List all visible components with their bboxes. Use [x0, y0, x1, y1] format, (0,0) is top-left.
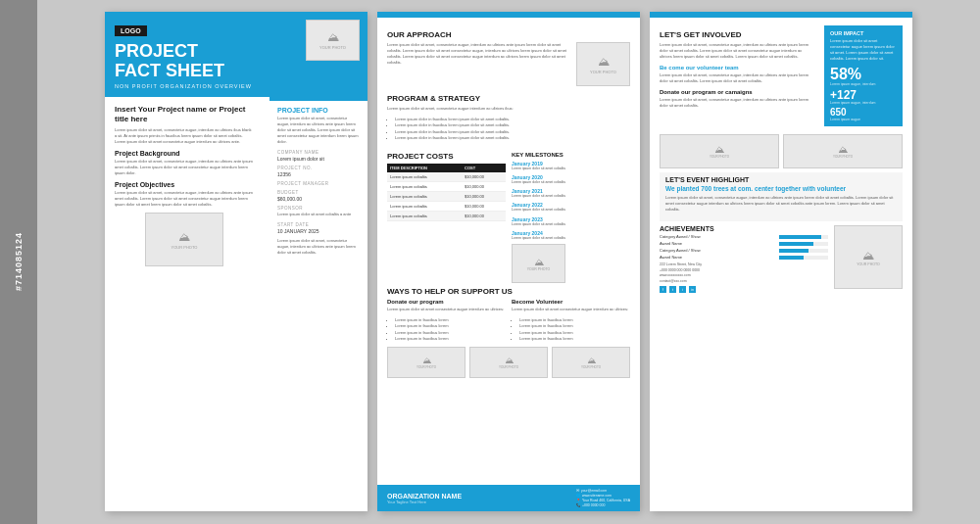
milestone-1: January 2019 Lorem ipsum dolor sit amet …: [512, 161, 630, 171]
ach-item-1: Category Award / Show: [660, 234, 828, 239]
event-subtitle: We planted 700 trees at com. center toge…: [665, 185, 897, 192]
contact-address: 📍 Your Road 460, California, USA: [576, 499, 630, 502]
costs-col: PROJECT COSTS ITEM DESCRIPTION COST Lore…: [387, 147, 506, 284]
company-label: COMPANY NAME: [277, 150, 360, 155]
stat3-sub: Lorem ipsum augue: [830, 118, 897, 121]
ach-item-4: Award Name: [660, 255, 828, 260]
donate-col: Donate our program Lorem ipsum dolor sit…: [387, 299, 506, 343]
page3-body: LET'S GET INVOLVED Lorem ipsum dolor sit…: [650, 18, 912, 301]
photo-icon: ⛰: [327, 30, 339, 44]
achievements-col: ACHIEVEMENTS Category Award / Show Award…: [660, 225, 828, 293]
start-text: Lorem ipsum dolor sit amet, consectetur …: [277, 238, 360, 256]
company-value: Lorem ipsum dolor sit: [277, 156, 360, 162]
list-item: Lorem ipsum in faucibus lorem: [395, 336, 506, 342]
social-icons: f t i in: [660, 286, 828, 293]
volunteer-text: Lorem ipsum dolor sit amet consectetur a…: [512, 307, 630, 312]
approach-photo-icon: ⛰: [598, 55, 610, 69]
bottom-photo-col: ⛰ YOUR PHOTO: [834, 225, 903, 293]
footer-org: ORGANIZATION NAME Your Tagline Text Here: [387, 493, 462, 504]
page1-body: Insert Your Project name or Project titl…: [105, 97, 368, 279]
start-date-value: 10 JANUARY 2025: [277, 228, 360, 234]
milestone-3: January 2021 Lorem ipsum dolor sit amet …: [512, 188, 630, 199]
achievements-title: ACHIEVEMENTS: [660, 225, 828, 232]
costs-table: ITEM DESCRIPTION COST Lorem ipsum cobalt…: [387, 164, 506, 221]
donate-title: Donate our program: [387, 299, 506, 305]
page3-two-photos: ⛰ YOUR PHOTO ⛰ YOUR PHOTO: [660, 134, 903, 168]
lets-get-title: LET'S GET INVOLVED: [660, 30, 813, 39]
budget-label: BUDGET: [277, 190, 360, 195]
twitter-icon: t: [669, 286, 676, 293]
page-title-factsheet: FACT SHEET: [115, 62, 358, 81]
stat3-block: 650 Lorem ipsum augue: [830, 108, 897, 121]
page1-body-left: Insert Your Project name or Project titl…: [105, 97, 264, 279]
event-text: Lorem ipsum dolor sit amet, consectetur …: [665, 195, 897, 213]
page-3: LET'S GET INVOLVED Lorem ipsum dolor sit…: [650, 12, 912, 511]
table-row: Lorem ipsum cobaltis$10,000.00: [387, 191, 506, 201]
stat2-value: +127: [830, 89, 897, 101]
volunteer-title: Become Volunteer: [512, 299, 630, 305]
bottom-photo-icon: ⛰: [178, 230, 190, 244]
bottom-right-photo: ⛰ YOUR PHOTO: [834, 225, 903, 289]
photo-bottom-2: ⛰ YOUR PHOTO: [469, 347, 548, 378]
stat2-block: +127 Lorem ipsum augue, interdum: [830, 89, 897, 105]
footer-contacts: ✉ your@email.com 🌐 www.sitename.com 📍 Yo…: [576, 489, 630, 507]
right-col-accent: [270, 97, 368, 101]
project-info-text: Lorem ipsum dolor sit amet, consectetur …: [277, 116, 360, 145]
approach-photo-label: YOUR PHOTO: [590, 70, 616, 74]
program-strategy-title: PROGRAM & STRATEGY: [387, 94, 630, 103]
contact-web: 🌐 www.sitename.com: [576, 494, 630, 498]
event-title: LET'S EVENT HIGHLIGHT: [665, 176, 897, 183]
milestone-photo-label: YOUR PHOTO: [527, 267, 550, 271]
stat1-value: 58%: [830, 67, 897, 82]
project-manager-label: PROJECT MANAGER: [277, 181, 360, 186]
milestone-5: January 2023 Lorem ipsum dolor sit amet …: [512, 216, 630, 227]
milestone-photo-icon: ⛰: [534, 257, 544, 267]
volunteer-bullets: Lorem ipsum in faucibus lorem Lorem ipsu…: [512, 317, 630, 343]
watermark-text: #714085124: [14, 232, 24, 291]
sponsor-value: Lorem ipsum dolor sit amet cobaltis a an…: [277, 212, 360, 217]
photo-bottom-1: ⛰ YOUR PHOTO: [387, 347, 466, 378]
milestone-photo-box: ⛰ YOUR PHOTO: [512, 244, 565, 283]
watermark-bar: #714085124: [0, 0, 37, 524]
bg-text: Lorem ipsum dolor sit amet, consectetur …: [115, 159, 254, 176]
stat1-block: 58% Lorem ipsum augue, interdum: [830, 67, 897, 86]
list-item: Lorem ipsum in faucibus lorem: [519, 336, 630, 342]
strategy-bullets: Lorem ipsum dolor in faucibus lorem ipsu…: [387, 117, 630, 142]
page1-left-col: Insert Your Project name or Project titl…: [105, 97, 264, 279]
sponsor-label: SPONSOR: [277, 206, 360, 211]
pages-container: LOGO PROJECT FACT SHEET NON PROFIT ORGAN…: [56, 0, 924, 524]
photo-right: ⛰ YOUR PHOTO: [783, 134, 903, 168]
table-row: Lorem ipsum cobaltis$10,000.00: [387, 211, 506, 220]
impact-title: OUR IMPACT: [830, 30, 897, 36]
our-approach-title: OUR APPROACH: [387, 30, 630, 39]
page2-body: OUR APPROACH ⛰ YOUR PHOTO Lorem ipsum do…: [377, 18, 640, 386]
page-1: LOGO PROJECT FACT SHEET NON PROFIT ORGAN…: [105, 12, 368, 511]
photo-left: ⛰ YOUR PHOTO: [660, 134, 779, 168]
donate-text-p3: Lorem ipsum dolor sit amet, consectetur …: [660, 97, 813, 109]
volunteer-col: Become Volunteer Lorem ipsum dolor sit a…: [512, 299, 630, 343]
table-header-row: ITEM DESCRIPTION COST: [387, 164, 506, 172]
contact-email: ✉ your@email.com: [576, 489, 630, 493]
vol-text: Lorem ipsum dolor sit amet, consectetur …: [660, 72, 813, 84]
donate-bullets: Lorem ipsum in faucibus lorem Lorem ipsu…: [387, 317, 506, 343]
event-highlight-section: LET'S EVENT HIGHLIGHT We planted 700 tre…: [660, 172, 903, 221]
page-subtitle: NON PROFIT ORGANIZATION OVERVIEW: [115, 83, 358, 89]
col-cost: COST: [462, 164, 506, 172]
page-2: OUR APPROACH ⛰ YOUR PHOTO Lorem ipsum do…: [377, 12, 640, 511]
footer-address: 222 Lorem Street, New City +000 0000 000…: [660, 262, 828, 284]
milestones-col: KEY MILESTONES January 2019 Lorem ipsum …: [512, 147, 630, 284]
page3-top: LET'S GET INVOLVED Lorem ipsum dolor sit…: [660, 25, 903, 130]
org-tagline: Your Tagline Text Here: [387, 500, 462, 504]
body-text-1: Lorem ipsum dolor sit amet, consectetur …: [115, 127, 254, 145]
page3-left: LET'S GET INVOLVED Lorem ipsum dolor sit…: [660, 25, 813, 130]
donate-heading: Donate our program or camaigns: [660, 89, 813, 95]
milestone-2: January 2020 Lorem ipsum dolor sit amet …: [512, 174, 630, 185]
lets-get-text: Lorem ipsum dolor sit amet, consectetur …: [660, 42, 813, 60]
ach-item-2: Award Name: [660, 241, 828, 246]
page1-right-col: PROJECT INFO Lorem ipsum dolor sit amet,…: [270, 97, 368, 279]
page1-header: LOGO PROJECT FACT SHEET NON PROFIT ORGAN…: [105, 12, 368, 97]
table-row: Lorem ipsum cobaltis$10,000.00: [387, 172, 506, 182]
ways-to-help-title: WAYS TO HELP OR SUPPORT US: [387, 287, 630, 296]
budget-value: $60,000.00: [277, 196, 360, 202]
help-cols: Donate our program Lorem ipsum dolor sit…: [387, 299, 630, 343]
